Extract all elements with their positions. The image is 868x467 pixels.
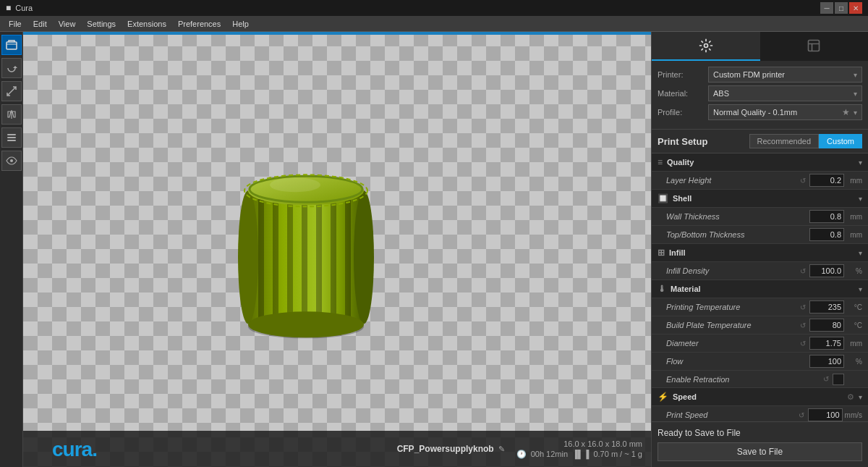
- material-section-header[interactable]: 🌡 Material ▾: [652, 280, 868, 298]
- top-bottom-thickness-unit: mm: [846, 231, 862, 239]
- diameter-reset-button[interactable]: ↺: [799, 340, 807, 348]
- flow-unit: %: [846, 358, 862, 366]
- material-chevron-icon: ▾: [854, 90, 857, 98]
- rotate-button[interactable]: [1, 58, 22, 78]
- enable-retraction-row: Enable Retraction ↺: [652, 371, 868, 388]
- svg-point-21: [270, 177, 320, 192]
- quality-section-header[interactable]: ≡ Quality ▾: [652, 153, 868, 172]
- top-bottom-thickness-input[interactable]: [809, 228, 844, 241]
- diameter-input[interactable]: [809, 337, 844, 350]
- scale-button[interactable]: [1, 81, 22, 101]
- setup-mode-buttons: Recommended Custom: [749, 134, 863, 148]
- viewport-border: [23, 32, 651, 35]
- printing-temp-input[interactable]: [809, 300, 844, 314]
- infill-density-row: Infill Density ↺ %: [652, 262, 868, 280]
- tab-material[interactable]: [760, 32, 869, 61]
- layer-height-unit: mm: [846, 177, 862, 185]
- build-plate-temp-label: Build Plate Temperature: [666, 321, 799, 329]
- retraction-checkbox[interactable]: [833, 374, 844, 385]
- infill-section-header[interactable]: ⊞ Infill ▾: [652, 244, 868, 262]
- custom-button[interactable]: Custom: [819, 134, 862, 148]
- material-icon: 🌡: [658, 284, 666, 294]
- profile-dropdown[interactable]: Normal Quality - 0.1mm ★ ▾: [708, 104, 862, 120]
- material-label: Material:: [658, 89, 708, 98]
- tab-settings[interactable]: [652, 32, 760, 61]
- print-speed-input[interactable]: [808, 408, 843, 421]
- bar-icon: ▐▌▐: [572, 450, 589, 458]
- speed-label: Speed: [673, 392, 697, 401]
- layer-height-reset-button[interactable]: ↺: [799, 177, 807, 185]
- settings-list: ≡ Quality ▾ Layer Height ↺ mm 🔲 Shell: [652, 153, 868, 421]
- wall-thickness-input[interactable]: [809, 210, 844, 223]
- maximize-button[interactable]: □: [835, 2, 848, 14]
- profile-value: Normal Quality - 0.1mm: [713, 108, 797, 117]
- retraction-reset-button[interactable]: ↺: [822, 375, 830, 383]
- layer-height-row: Layer Height ↺ mm: [652, 172, 868, 190]
- ready-text: Ready to Save to File: [658, 428, 862, 438]
- menu-edit[interactable]: Edit: [27, 18, 53, 30]
- menu-extensions[interactable]: Extensions: [122, 18, 172, 30]
- svg-rect-2: [7, 134, 16, 135]
- recommended-button[interactable]: Recommended: [749, 134, 820, 148]
- profile-star-button[interactable]: ★: [840, 107, 852, 117]
- 3d-object[interactable]: [226, 129, 386, 348]
- save-to-file-button[interactable]: Save to File: [658, 442, 862, 461]
- print-speed-reset-button[interactable]: ↺: [797, 411, 806, 419]
- material-tab-icon: [807, 38, 821, 53]
- mirror-button[interactable]: [1, 104, 22, 125]
- material-selector-row: Material: ABS ▾: [658, 85, 862, 101]
- selectors: Printer: Custom FDM printer ▾ Material: …: [652, 61, 868, 130]
- infill-density-reset-button[interactable]: ↺: [799, 267, 807, 275]
- menu-view[interactable]: View: [53, 18, 82, 30]
- svg-rect-4: [7, 140, 16, 141]
- svg-rect-11: [302, 190, 307, 324]
- infill-density-unit: %: [846, 267, 862, 275]
- bottom-bar: cura. CFP_Powersupplyknob ✎ 16.0 x 16.0 …: [23, 431, 651, 467]
- viewport[interactable]: cura. CFP_Powersupplyknob ✎ 16.0 x 16.0 …: [23, 32, 651, 467]
- print-speed-label: Print Speed: [666, 411, 797, 419]
- minimize-button[interactable]: ─: [820, 2, 833, 14]
- model-svg: [226, 129, 386, 346]
- build-plate-temp-reset-button[interactable]: ↺: [799, 321, 807, 329]
- print-speed-row: Print Speed ↺ mm/s: [652, 406, 868, 421]
- speed-section-header[interactable]: ⚡ Speed ⚙ ▾: [652, 388, 868, 406]
- speed-chevron-icon: ▾: [859, 393, 862, 401]
- panel-tabs: [652, 32, 868, 61]
- infill-density-input[interactable]: [809, 264, 844, 277]
- printer-label: Printer:: [658, 70, 708, 79]
- eye-button[interactable]: [1, 151, 22, 171]
- open-file-button[interactable]: [1, 35, 22, 55]
- menu-preferences[interactable]: Preferences: [172, 18, 226, 30]
- titlebar-controls[interactable]: ─ □ ✕: [820, 2, 862, 14]
- svg-point-16: [354, 190, 374, 324]
- close-button[interactable]: ✕: [849, 2, 862, 14]
- build-plate-temp-input[interactable]: [809, 319, 844, 332]
- speed-gear-button[interactable]: ⚙: [846, 392, 856, 402]
- titlebar: ■ Cura ─ □ ✕: [0, 0, 868, 16]
- logo-text: cura: [52, 438, 92, 460]
- material-dropdown[interactable]: ABS ▾: [708, 85, 862, 101]
- build-plate-temp-row: Build Plate Temperature ↺ °C: [652, 316, 868, 335]
- svg-rect-14: [345, 190, 351, 324]
- menu-settings[interactable]: Settings: [81, 18, 122, 30]
- settings-tab-icon: [699, 38, 713, 53]
- printer-selector-row: Printer: Custom FDM printer ▾: [658, 67, 862, 83]
- layer-height-input[interactable]: [809, 174, 844, 187]
- titlebar-title: ■ Cura: [6, 3, 33, 13]
- flow-input[interactable]: [809, 355, 844, 368]
- printer-dropdown[interactable]: Custom FDM printer ▾: [708, 67, 862, 83]
- build-plate-temp-unit: °C: [846, 321, 862, 329]
- menu-file[interactable]: File: [3, 18, 27, 30]
- dimensions-info: 16.0 x 16.0 x 18.0 mm: [563, 439, 642, 448]
- shell-icon: 🔲: [658, 193, 668, 203]
- shell-section-header[interactable]: 🔲 Shell ▾: [652, 190, 868, 208]
- profile-label: Profile:: [658, 108, 708, 117]
- svg-point-15: [238, 190, 258, 324]
- edit-icon[interactable]: ✎: [498, 445, 505, 454]
- printing-temp-reset-button[interactable]: ↺: [799, 303, 807, 311]
- wall-thickness-unit: mm: [846, 213, 862, 221]
- menu-help[interactable]: Help: [226, 18, 255, 30]
- layer-view-button[interactable]: [1, 127, 22, 148]
- svg-rect-3: [7, 137, 16, 138]
- filename: CFP_Powersupplyknob: [397, 444, 494, 454]
